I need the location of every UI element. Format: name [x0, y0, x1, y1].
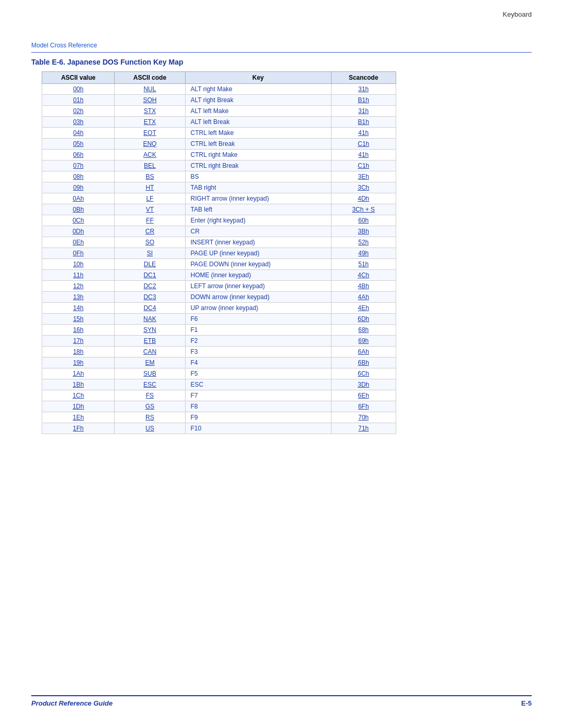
table-cell-key-cell: ALT left Break [185, 117, 331, 128]
table-cell-scancode: 4Dh [331, 193, 396, 204]
table-cell-ascii-code: ETX [115, 117, 185, 128]
table-cell-ascii-value: 0Dh [42, 226, 115, 237]
table-cell-ascii-code: BEL [115, 161, 185, 171]
table-cell-ascii-value: 18h [42, 347, 115, 357]
table-cell-key-cell: UP arrow (inner keypad) [185, 303, 331, 314]
table-cell-key-cell: PAGE UP (inner keypad) [185, 248, 331, 259]
table-row: 09hHTTAB right3Ch [42, 182, 396, 193]
table-row: 17hETBF269h [42, 336, 396, 347]
table-cell-ascii-code: FS [115, 390, 185, 401]
table-cell-scancode: 69h [331, 336, 396, 347]
table-cell-ascii-value: 17h [42, 336, 115, 347]
table-row: 16hSYNF168h [42, 325, 396, 336]
table-row: 01hSOHALT right BreakB1h [42, 95, 396, 106]
divider [31, 52, 532, 53]
table-cell-key-cell: TAB left [185, 204, 331, 215]
table-cell-scancode: 3Ch + S [331, 204, 396, 215]
table-cell-ascii-code: DC1 [115, 270, 185, 281]
table-cell-scancode: 71h [331, 423, 396, 434]
table-title: Table E-6. Japanese DOS Function Key Map [31, 58, 532, 66]
table-row: 0DhCRCR3Bh [42, 226, 396, 237]
table-cell-scancode: C1h [331, 161, 396, 171]
table-cell-scancode: 51h [331, 259, 396, 270]
table-cell-key-cell: PAGE DOWN (inner keypad) [185, 259, 331, 270]
table-cell-scancode: 49h [331, 248, 396, 259]
table-cell-ascii-code: DC4 [115, 303, 185, 314]
table-row: 1ChFSF76Eh [42, 390, 396, 401]
table-cell-scancode: 4Bh [331, 281, 396, 292]
table-cell-key-cell: CTRL left Break [185, 139, 331, 150]
table-cell-ascii-value: 01h [42, 95, 115, 106]
table-cell-key-cell: F10 [185, 423, 331, 434]
table-cell-ascii-code: DC3 [115, 292, 185, 303]
table-cell-key-cell: F1 [185, 325, 331, 336]
col-header-key: Key [185, 72, 331, 84]
table-cell-ascii-code: SUB [115, 368, 185, 379]
table-cell-key-cell: ESC [185, 379, 331, 390]
table-cell-ascii-value: 05h [42, 139, 115, 150]
table-cell-key-cell: F7 [185, 390, 331, 401]
table-cell-ascii-code: ACK [115, 150, 185, 161]
table-row: 18hCANF36Ah [42, 347, 396, 357]
table-cell-ascii-value: 15h [42, 314, 115, 325]
function-key-map-table: ASCII value ASCII code Key Scancode 00hN… [42, 71, 396, 434]
col-header-ascii-code: ASCII code [115, 72, 185, 84]
table-cell-scancode: 41h [331, 128, 396, 139]
table-cell-ascii-code: US [115, 423, 185, 434]
table-cell-key-cell: BS [185, 171, 331, 182]
table-cell-ascii-code: VT [115, 204, 185, 215]
table-cell-key-cell: F9 [185, 412, 331, 423]
table-cell-key-cell: DOWN arrow (inner keypad) [185, 292, 331, 303]
table-cell-scancode: 60h [331, 215, 396, 226]
table-row: 02hSTXALT left Make31h [42, 106, 396, 117]
table-cell-key-cell: ALT right Make [185, 84, 331, 95]
table-cell-ascii-code: SI [115, 248, 185, 259]
table-cell-ascii-code: DLE [115, 259, 185, 270]
table-cell-scancode: 3Dh [331, 379, 396, 390]
table-cell-ascii-value: 1Eh [42, 412, 115, 423]
table-cell-scancode: 4Ch [331, 270, 396, 281]
table-cell-ascii-value: 12h [42, 281, 115, 292]
table-row: 05hENQCTRL left BreakC1h [42, 139, 396, 150]
table-row: 1DhGSF86Fh [42, 401, 396, 412]
table-cell-key-cell: F2 [185, 336, 331, 347]
table-cell-key-cell: INSERT (inner keypad) [185, 237, 331, 248]
table-cell-ascii-value: 1Bh [42, 379, 115, 390]
table-cell-scancode: 68h [331, 325, 396, 336]
table-cell-scancode: 31h [331, 106, 396, 117]
table-cell-ascii-value: 1Dh [42, 401, 115, 412]
table-cell-scancode: 3Bh [331, 226, 396, 237]
table-cell-ascii-value: 19h [42, 357, 115, 368]
table-cell-scancode: 52h [331, 237, 396, 248]
col-header-ascii-value: ASCII value [42, 72, 115, 84]
table-cell-scancode: 31h [331, 84, 396, 95]
table-cell-ascii-code: SOH [115, 95, 185, 106]
table-row: 12hDC2LEFT arrow (inner keypad)4Bh [42, 281, 396, 292]
table-cell-ascii-value: 0Ch [42, 215, 115, 226]
table-cell-ascii-code: ESC [115, 379, 185, 390]
table-cell-scancode: 4Eh [331, 303, 396, 314]
table-cell-ascii-code: SO [115, 237, 185, 248]
table-cell-key-cell: CR [185, 226, 331, 237]
table-cell-ascii-value: 02h [42, 106, 115, 117]
table-cell-scancode: 6Dh [331, 314, 396, 325]
table-cell-scancode: 3Ch [331, 182, 396, 193]
table-row: 19hEMF46Bh [42, 357, 396, 368]
table-cell-scancode: 4Ah [331, 292, 396, 303]
table-cell-ascii-code: LF [115, 193, 185, 204]
table-row: 1AhSUBF56Ch [42, 368, 396, 379]
table-header-row: ASCII value ASCII code Key Scancode [42, 72, 396, 84]
table-cell-key-cell: RIGHT arrow (inner keypad) [185, 193, 331, 204]
table-cell-key-cell: CTRL right Break [185, 161, 331, 171]
table-cell-ascii-value: 0Fh [42, 248, 115, 259]
table-cell-key-cell: ALT right Break [185, 95, 331, 106]
page-footer: Product Reference Guide E-5 [31, 695, 532, 707]
table-row: 10hDLEPAGE DOWN (inner keypad)51h [42, 259, 396, 270]
table-cell-scancode: 6Fh [331, 401, 396, 412]
table-cell-scancode: 6Ah [331, 347, 396, 357]
table-cell-ascii-value: 1Ah [42, 368, 115, 379]
footer-left-label: Product Reference Guide [31, 699, 113, 707]
table-cell-ascii-code: BS [115, 171, 185, 182]
table-cell-key-cell: ALT left Make [185, 106, 331, 117]
table-cell-scancode: C1h [331, 139, 396, 150]
